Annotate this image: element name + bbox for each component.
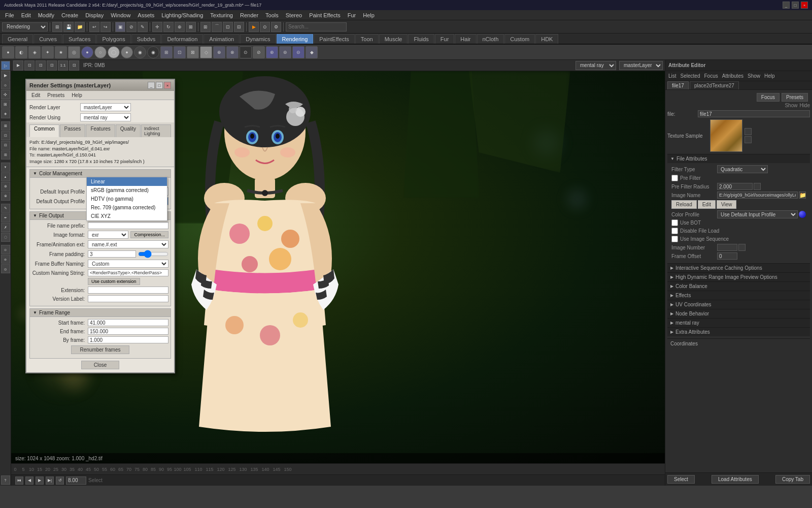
dialog-minimize-btn[interactable]: _ [148,82,155,89]
lt-btn20[interactable]: ⊚ [1,255,10,264]
shelf-icon-22[interactable]: ⊜ [279,46,291,58]
file-value-input[interactable] [698,110,810,117]
shelf-icon-13[interactable]: ⊞ [160,46,173,58]
tb-select[interactable]: ▣ [115,22,125,32]
shelf-icon-7[interactable]: ● [81,46,93,58]
dropdown-item-ciexyz[interactable]: CIE XYZ [87,212,167,220]
dropdown-item-hdtv[interactable]: HDTV (no gamma) [87,195,167,203]
menu-edit[interactable]: Edit [18,11,34,19]
frame-input[interactable] [66,477,86,485]
by-frame-input[interactable] [88,336,168,343]
use-bot-checkbox[interactable] [671,219,678,226]
shelf-icon-10[interactable]: ● [121,46,133,58]
menu-help[interactable]: Help [360,11,378,19]
reload-button[interactable]: Reload [671,200,697,209]
tab-hair[interactable]: Hair [455,34,476,44]
lt-select[interactable]: ▷ [1,61,10,70]
select-button[interactable]: Select [667,475,695,484]
menu-lighting-shading[interactable]: Lighting/Shading [158,11,206,19]
image-number-btn[interactable] [738,244,746,251]
shelf-icon-5[interactable]: ★ [55,46,67,58]
close-dialog-btn[interactable]: Close [81,361,120,369]
tab-ncloth[interactable]: nCloth [477,34,504,44]
tab-deformation[interactable]: Deformation [161,34,203,44]
shelf-icon-17[interactable]: ⊕ [213,46,225,58]
tab-muscle[interactable]: Muscle [379,34,408,44]
tab-paint-effects[interactable]: PaintEffects [314,34,355,44]
hdr-section[interactable]: ▶ High Dynamic Range Image Preview Optio… [667,272,810,281]
shelf-icon-3[interactable]: ◈ [28,46,41,58]
st-btn4[interactable]: ⊡ [47,60,57,71]
copy-tab-button[interactable]: Copy Tab [775,475,810,484]
st-btn3[interactable]: ⊡ [36,60,46,71]
tb-rotate[interactable]: ↻ [163,22,174,32]
dialog-close-btn[interactable]: × [164,82,171,89]
attr-tab-list[interactable]: List [668,73,676,79]
presets-button[interactable]: Presets [782,93,808,102]
shelf-icon-19[interactable]: ⊙ [240,46,252,58]
tab-curves[interactable]: Curves [33,34,62,44]
image-format-dropdown[interactable]: exr [88,231,128,239]
frame-anim-ext-dropdown[interactable]: name.#.ext [88,240,168,248]
focus-button[interactable]: Focus [757,93,780,102]
tb-undo[interactable]: ↩ [89,22,99,32]
next-texture-btn[interactable] [745,136,752,143]
menu-assets[interactable]: Assets [134,11,157,19]
dialog-maximize-btn[interactable]: □ [156,82,163,89]
tab-surfaces[interactable]: Surfaces [63,34,96,44]
use-custom-ext-btn[interactable]: Use custom extension [88,278,140,285]
lt-btn13[interactable]: ⊕ [1,182,10,191]
tb-snap-grid[interactable]: ⊞ [200,22,211,32]
playback-next[interactable]: ▶| [46,477,54,485]
tb-ipr-render[interactable]: ⊙ [260,22,270,32]
frame-offset-input[interactable] [717,252,737,260]
render-layer-dropdown[interactable]: masterLayer [80,103,131,111]
pre-filter-radius-input[interactable] [717,183,753,190]
menu-create[interactable]: Create [58,11,81,19]
tb-move[interactable]: ✛ [152,22,162,32]
file-tab-file17[interactable]: file17 [667,81,689,89]
color-profile-dropdown[interactable]: Use Default Input Profile [717,210,798,218]
attr-tab-focus[interactable]: Focus [704,73,718,79]
playback-prev[interactable]: ◀ [25,477,33,485]
maximize-btn[interactable]: □ [792,2,799,9]
tab-rendering[interactable]: Rendering [277,34,314,44]
minimize-btn[interactable]: _ [783,2,790,9]
menu-file[interactable]: File [2,11,17,19]
shelf-icon-24[interactable]: ◆ [306,46,318,58]
lt-btn5[interactable]: ⊞ [1,100,10,109]
disable-file-load-checkbox[interactable] [671,228,678,234]
shelf-icon-11[interactable]: ◉ [134,46,146,58]
interactive-seq-section[interactable]: ▶ Interactive Sequence Caching Options [667,263,810,272]
shelf-icon-4[interactable]: ✦ [42,46,54,58]
menu-window[interactable]: Window [108,11,133,19]
tb-snap-view[interactable]: ⊟ [234,22,244,32]
lt-btn14[interactable]: ⊗ [1,192,10,201]
lt-btn19[interactable]: ⊙ [1,245,10,254]
st-btn1[interactable]: ▶ [13,60,23,71]
extension-input[interactable] [88,287,168,294]
tb-lasso[interactable]: ⊘ [126,22,137,32]
color-ball[interactable] [799,211,806,218]
attr-tab-show[interactable]: Show [748,73,760,79]
lt-btn8[interactable]: ⊡ [1,131,10,140]
render-tab-indirect[interactable]: Indirect Lighting [141,124,171,137]
start-frame-input[interactable] [88,319,168,326]
shelf-icon-9[interactable]: ◯ [108,46,120,58]
close-btn[interactable]: × [801,2,808,9]
shelf-icon-23[interactable]: ⊝ [292,46,304,58]
filter-type-dropdown[interactable]: Quadratic [717,165,768,173]
menu-paint-effects[interactable]: Paint Effects [306,11,344,19]
tab-fluids[interactable]: Fluids [408,34,434,44]
frame-range-title[interactable]: ▼ Frame Range [29,308,171,317]
lt-btn12[interactable]: ▲ [1,172,10,181]
view-button[interactable]: View [717,200,737,209]
tb-transform[interactable]: ⊠ [186,22,196,32]
extra-attributes-section[interactable]: ▶ Extra Attributes [667,327,810,336]
tb-new[interactable]: ⊞ [52,22,62,32]
tb-render-view[interactable]: ▶ [249,22,259,32]
render-menu-help[interactable]: Help [69,91,85,99]
tb-snap-point[interactable]: ⊡ [223,22,233,32]
renderer-dropdown[interactable]: mental ray [576,61,616,70]
shelf-icon-14[interactable]: ⊡ [174,46,186,58]
